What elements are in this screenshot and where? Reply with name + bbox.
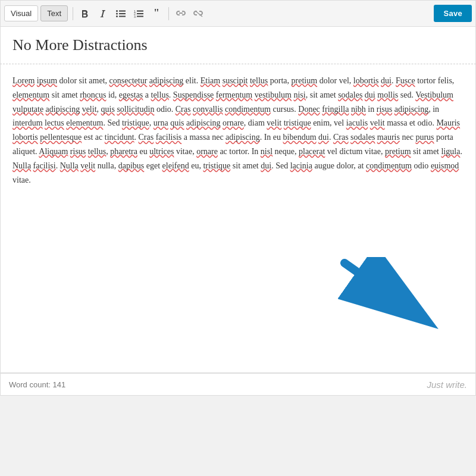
word-count-label: Word count: [9, 380, 52, 389]
word-dui2: dui [365, 90, 375, 99]
svg-rect-3 [119, 13, 126, 14]
word-convallis: convallis [193, 105, 223, 114]
word-fringilla: fringilla [322, 105, 349, 114]
word-tristique: tristique [122, 118, 149, 127]
word-risus: risus [70, 147, 86, 156]
word-tellus3: tellus [88, 147, 106, 156]
ul-button[interactable] [112, 5, 129, 22]
word-lobortis2: lobortis [12, 133, 38, 142]
word-euismod: euismod [431, 161, 459, 170]
editor-wrapper: Visual Text [0, 0, 476, 396]
word-dapibus: dapibus [118, 161, 145, 170]
svg-text:3.: 3. [134, 14, 136, 18]
word-quis: quis [101, 105, 115, 114]
word-lacinia: lacinia [290, 161, 312, 170]
link-button[interactable] [173, 5, 189, 22]
word-etiam: Etiam [201, 76, 220, 85]
word-suspendisse: Suspendisse [173, 90, 214, 99]
word-adipiscing4: adipiscing [186, 118, 221, 127]
word-ornare2: ornare [196, 147, 218, 156]
word-dui: dui [381, 76, 392, 85]
word-pretium2: pretium [385, 147, 411, 156]
word-tellus2: tellus [151, 90, 169, 99]
svg-rect-1 [119, 10, 126, 11]
word-consectetur: consectetur [109, 76, 148, 85]
svg-rect-7 [137, 10, 143, 11]
word-lectus: lectus [45, 118, 64, 127]
word-lorem: Lorem [12, 76, 35, 85]
word-velit3: velit [370, 118, 385, 127]
svg-point-2 [116, 12, 118, 14]
word-lobortis: lobortis [353, 76, 379, 85]
word-donec: Donec [298, 105, 320, 114]
word-adipiscing: adipiscing [149, 76, 184, 85]
ol-button[interactable]: 1. 2. 3. [130, 5, 147, 22]
word-condimentum2: condimentum [366, 161, 412, 170]
editor-footer: Word count: 141 Just write. [0, 373, 476, 396]
arrow-svg [333, 257, 440, 334]
word-rhoncus: rhoncus [80, 90, 106, 99]
word-egestas: egestas [119, 90, 143, 99]
word-cras2: Cras [139, 133, 154, 142]
word-mauris2: mauris [377, 133, 400, 142]
word-risus: risus [377, 105, 392, 114]
word-ligula: ligula [441, 147, 460, 156]
word-nibh: nibh [351, 105, 366, 114]
word-nulla2: Nulla [60, 161, 79, 170]
content-area[interactable]: Lorem ipsum dolor sit amet, consectetur … [0, 64, 476, 373]
bold-icon [81, 9, 89, 18]
word-vulputate: vulputate [12, 105, 43, 114]
word-bibendum: bibendum [283, 133, 317, 142]
word-suscipit: suscipit [223, 76, 248, 85]
word-interdum: interdum [12, 118, 43, 127]
unlink-icon [193, 10, 205, 17]
word-velit: velit [82, 105, 97, 114]
content-text[interactable]: Lorem ipsum dolor sit amet, consectetur … [12, 74, 464, 187]
word-dui4: dui [261, 161, 271, 170]
tab-text[interactable]: Text [40, 5, 68, 21]
svg-line-15 [345, 263, 425, 320]
word-aliquam: Aliquam [39, 147, 68, 156]
ul-icon [116, 10, 126, 18]
word-vestibulum: vestibulum [255, 90, 292, 99]
tab-visual[interactable]: Visual [4, 5, 38, 21]
word-fermentum: fermentum [216, 90, 252, 99]
save-button[interactable]: Save [434, 5, 472, 22]
word-velit2: velit [267, 118, 281, 127]
word-dui3: dui [318, 133, 329, 142]
unlink-button[interactable] [190, 5, 207, 22]
svg-rect-12 [179, 12, 183, 14]
word-vestibulum2: Vestibulum [415, 90, 453, 99]
toolbar: Visual Text [0, 0, 476, 26]
word-nisi: nisi [293, 90, 305, 99]
word-condimentum: condimentum [225, 105, 271, 114]
word-pretium: pretium [292, 76, 318, 85]
toolbar-divider-1 [73, 7, 73, 20]
word-elementum2: elementum [66, 118, 103, 127]
word-cras3: Cras [333, 133, 349, 142]
svg-rect-5 [119, 15, 126, 17]
word-placerat: placerat [299, 147, 325, 156]
word-nisl: nisl [261, 147, 273, 156]
svg-rect-9 [137, 13, 143, 14]
title-area: No More Distractions [0, 26, 476, 64]
word-pharetra: pharetra [110, 147, 137, 156]
svg-point-0 [116, 10, 118, 12]
word-pellentesque: pellentesque [40, 133, 82, 142]
word-quis2: quis [170, 118, 184, 127]
svg-rect-11 [137, 15, 143, 17]
word-adipiscing2: adipiscing [46, 105, 80, 114]
bold-button[interactable] [77, 5, 93, 22]
page-title: No More Distractions [12, 36, 464, 54]
word-cras: Cras [176, 105, 191, 114]
word-nulla: Nulla [12, 161, 31, 170]
just-write-text: Just write. [427, 380, 467, 390]
word-ornare: ornare [223, 118, 244, 127]
italic-button[interactable] [95, 5, 111, 22]
blockquote-button[interactable]: " [148, 5, 165, 22]
word-elementum: elementum [12, 90, 49, 99]
word-urna: urna [154, 118, 168, 127]
word-count-value: 141 [52, 380, 65, 389]
word-ultrices: ultrices [149, 147, 174, 156]
word-tincidunt: tincidunt [105, 133, 134, 142]
